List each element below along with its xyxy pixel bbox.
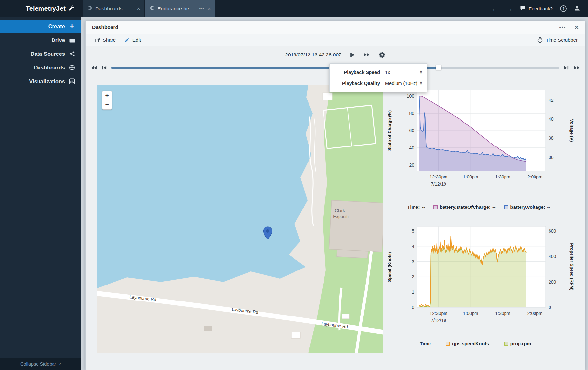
svg-text:100: 100 [407, 93, 415, 99]
sidebar-item-create[interactable]: Create + [0, 20, 81, 33]
svg-text:400: 400 [549, 254, 556, 259]
top-bar: TelemetryJet Dashboards × Endurance he..… [0, 0, 588, 17]
tab-endurance[interactable]: Endurance he... ••• × [145, 0, 215, 17]
share-nodes-icon [68, 51, 76, 57]
battery-chart: 204060801003638404212:30pm1:00pm1:30pm2:… [383, 85, 574, 211]
playback-settings-gear-icon[interactable] [379, 52, 385, 58]
svg-text:200: 200 [549, 279, 556, 285]
bar-chart-icon [68, 78, 76, 84]
battery-chart-legend: Time:--battery.stateOfCharge:--battery.v… [383, 204, 574, 211]
legend-item: gps.speedKnots:-- [446, 341, 495, 346]
svg-text:4: 4 [412, 244, 414, 249]
brand-text: TelemetryJet [26, 5, 66, 12]
wrench-icon [68, 5, 75, 13]
time-slider-handle[interactable] [436, 65, 441, 70]
svg-text:1:30pm: 1:30pm [495, 174, 510, 179]
svg-text:2:00pm: 2:00pm [527, 311, 543, 316]
time-scrubber-toggle[interactable]: Time Scrubber [537, 37, 580, 43]
panel-menu-icon[interactable]: ••• [559, 24, 566, 30]
tab-close-icon[interactable]: × [207, 6, 211, 12]
playback-quality-label: Playback Quality [334, 81, 380, 86]
tab-close-icon[interactable]: × [137, 6, 140, 12]
svg-text:1:00pm: 1:00pm [463, 174, 478, 179]
panel-content: Clark Expositi Laybourne Rd Laybourne Rd… [97, 85, 574, 353]
chevron-left-icon: ‹ [59, 361, 61, 367]
speech-bubble-icon [520, 6, 526, 12]
map-marker-pin[interactable] [263, 226, 273, 241]
svg-text:60: 60 [409, 128, 414, 133]
tab-label: Dashboards [95, 6, 123, 12]
play-button[interactable] [350, 52, 355, 58]
legend-item: Time:-- [420, 341, 437, 346]
rewind-button[interactable] [90, 65, 97, 70]
legend-item: battery.stateOfCharge:-- [433, 205, 496, 210]
globe-icon [150, 6, 155, 12]
map-canvas[interactable]: Clark Expositi Laybourne Rd Laybourne Rd… [97, 85, 383, 353]
collapse-sidebar-button[interactable]: Collapse Sidebar ‹ [0, 358, 81, 370]
globe-icon [68, 65, 76, 70]
svg-text:7/12/19: 7/12/19 [431, 318, 446, 323]
feedback-button[interactable]: Feedback? [520, 6, 553, 12]
playback-speed-select[interactable]: 1x ▲▼ [385, 70, 422, 75]
plus-icon: + [68, 23, 76, 30]
svg-text:Speed (Knots): Speed (Knots) [387, 252, 392, 282]
user-icon[interactable] [574, 5, 580, 12]
map-place-label: Expositi [333, 214, 348, 219]
svg-text:38: 38 [549, 135, 554, 141]
svg-text:12:30pm: 12:30pm [430, 311, 447, 316]
zoom-in-button[interactable]: + [102, 91, 112, 100]
playback-quality-value: Medium (10Hz) [385, 81, 417, 86]
svg-text:12:30pm: 12:30pm [430, 174, 447, 179]
playback-speed-value: 1x [385, 70, 390, 75]
skip-to-start-button[interactable] [101, 65, 107, 70]
sidebar-item-visualizations[interactable]: Visualizations [0, 74, 81, 88]
legend-swatch [504, 205, 508, 209]
charts-column: 204060801003638404212:30pm1:00pm1:30pm2:… [383, 85, 574, 353]
playback-quality-select[interactable]: Medium (10Hz) ▲▼ [385, 81, 422, 86]
sidebar-item-dashboards[interactable]: Dashboards [0, 61, 81, 74]
panel-close-icon[interactable]: × [575, 24, 579, 31]
svg-text:0: 0 [412, 305, 414, 310]
feedback-label: Feedback? [529, 6, 553, 11]
history-forward-icon[interactable]: → [506, 5, 513, 12]
edit-button[interactable]: Edit [120, 34, 145, 46]
collapse-label: Collapse Sidebar [20, 362, 56, 367]
help-icon[interactable]: ? [560, 5, 567, 12]
tab-dashboards[interactable]: Dashboards × [83, 0, 144, 17]
svg-text:42: 42 [549, 98, 554, 103]
sidebar: Create + Drive Data Sources Dashboards V… [0, 17, 81, 370]
sidebar-item-label: Dashboards [34, 65, 65, 71]
battery-chart-plot: 204060801003638404212:30pm1:00pm1:30pm2:… [383, 85, 574, 194]
fast-forward-end-button[interactable] [573, 65, 580, 70]
svg-text:3: 3 [412, 259, 414, 264]
panel-title: Dashboard [92, 24, 118, 30]
legend-swatch [504, 342, 508, 346]
speed-chart-legend: Time:--gps.speedKnots:--prop.rpm:-- [383, 340, 574, 347]
svg-text:State of Charge (%): State of Charge (%) [387, 110, 392, 151]
zoom-out-button[interactable]: − [102, 100, 112, 109]
svg-text:1: 1 [412, 289, 414, 295]
speed-chart: 012345020040060012:30pm1:00pm1:30pm2:00p… [383, 222, 574, 347]
svg-text:0: 0 [549, 305, 551, 310]
svg-text:Voltage (V): Voltage (V) [569, 119, 574, 142]
playback-time-row: 2019/07/12 13:42:28:007 [86, 50, 585, 60]
sort-arrows-icon: ▲▼ [420, 81, 422, 85]
sidebar-item-label: Visualizations [29, 78, 65, 85]
svg-text:Propeller Speed (RPM): Propeller Speed (RPM) [569, 243, 574, 291]
sidebar-item-data-sources[interactable]: Data Sources [0, 47, 81, 61]
skip-to-end-button[interactable] [564, 65, 569, 70]
map-basemap: Clark Expositi Laybourne Rd Laybourne Rd… [97, 85, 383, 353]
history-back-icon[interactable]: ← [491, 5, 499, 12]
legend-swatch [446, 342, 450, 346]
sidebar-item-drive[interactable]: Drive [0, 33, 81, 47]
map-water-area [97, 85, 313, 288]
panel-toolbar: Share Edit Time Scrubber [86, 34, 585, 46]
edit-label: Edit [132, 37, 141, 43]
tab-menu-icon[interactable]: ••• [199, 6, 204, 11]
fast-forward-button[interactable] [363, 52, 370, 57]
share-button[interactable]: Share [90, 34, 120, 46]
svg-text:7/12/19: 7/12/19 [431, 181, 446, 187]
svg-text:2:00pm: 2:00pm [527, 174, 543, 179]
speed-chart-plot: 012345020040060012:30pm1:00pm1:30pm2:00p… [383, 222, 574, 331]
tab-label: Endurance he... [158, 6, 193, 12]
